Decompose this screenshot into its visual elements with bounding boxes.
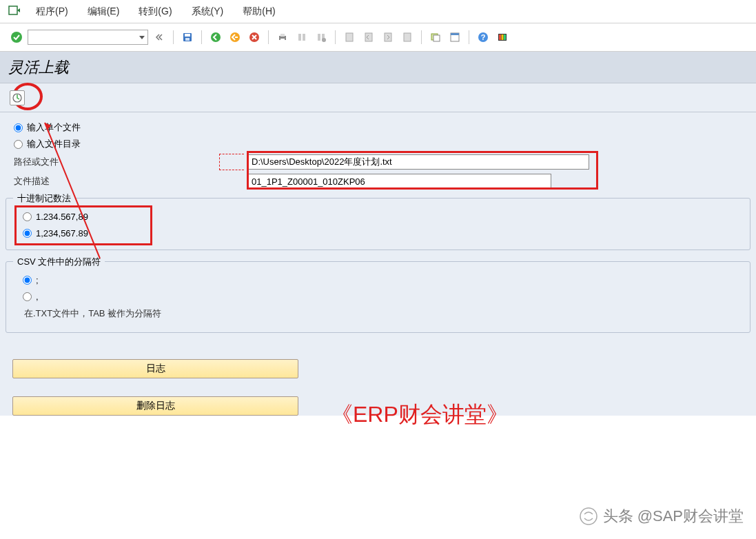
decimal-opt2-label: 1,234,567.89 xyxy=(36,228,88,238)
csv-opt-semicolon-input[interactable] xyxy=(23,276,32,285)
radio-single-file[interactable]: 输入单个文件 xyxy=(0,119,756,136)
radio-single-file-input[interactable] xyxy=(14,123,23,132)
svg-rect-29 xyxy=(504,34,506,40)
svg-rect-21 xyxy=(433,35,440,41)
svg-rect-18 xyxy=(385,33,391,41)
decimal-opt1-label: 1.234.567,89 xyxy=(36,212,88,222)
menu-edit[interactable]: 编辑(E) xyxy=(78,3,130,21)
svg-rect-3 xyxy=(185,34,190,37)
log-button[interactable]: 日志 xyxy=(12,359,298,378)
brand-watermark: 《ERP财会讲堂》 xyxy=(331,400,509,430)
cancel-icon[interactable] xyxy=(246,29,263,45)
source-watermark: 头条 @SAP财会讲堂 xyxy=(580,506,744,527)
find-icon[interactable] xyxy=(294,29,310,45)
new-session-icon[interactable] xyxy=(427,29,444,45)
radio-single-file-label: 输入单个文件 xyxy=(27,121,81,134)
svg-rect-28 xyxy=(502,34,504,40)
prev-page-icon[interactable] xyxy=(360,29,377,45)
svg-rect-9 xyxy=(280,34,285,37)
delete-log-button[interactable]: 删除日志 xyxy=(12,396,298,416)
csv-opt-comma-input[interactable] xyxy=(23,292,32,301)
settings-icon[interactable] xyxy=(494,29,511,45)
menu-goto[interactable]: 转到(G) xyxy=(129,3,181,21)
svg-rect-19 xyxy=(404,33,411,41)
decimal-opt2[interactable]: 1,234,567.89 xyxy=(16,225,740,241)
svg-rect-4 xyxy=(185,38,190,41)
desc-input[interactable] xyxy=(248,174,551,189)
svg-point-5 xyxy=(211,32,221,42)
app-toolbar xyxy=(0,83,756,112)
svg-rect-27 xyxy=(499,34,501,40)
enter-icon[interactable] xyxy=(8,29,25,45)
svg-rect-12 xyxy=(303,34,305,41)
menu-help[interactable]: 帮助(H) xyxy=(233,3,285,21)
path-input[interactable] xyxy=(248,154,589,170)
radio-directory-input[interactable] xyxy=(14,140,23,149)
radio-directory[interactable]: 输入文件目录 xyxy=(0,136,756,152)
menu-system[interactable]: 系统(Y) xyxy=(182,3,234,21)
first-page-icon[interactable] xyxy=(341,29,358,45)
menu-program[interactable]: 程序(P) xyxy=(26,3,78,21)
decimal-opt1-input[interactable] xyxy=(23,212,32,221)
menu-bar: 程序(P) 编辑(E) 转到(G) 系统(Y) 帮助(H) xyxy=(0,0,756,23)
find-next-icon[interactable] xyxy=(313,29,329,45)
decimal-opt1[interactable]: 1.234.567,89 xyxy=(16,208,740,225)
chevron-left-icon[interactable] xyxy=(151,29,167,45)
svg-text:?: ? xyxy=(481,33,486,41)
layout-icon[interactable] xyxy=(447,29,463,45)
svg-rect-23 xyxy=(451,33,459,35)
desc-label: 文件描述 xyxy=(14,175,248,187)
svg-rect-16 xyxy=(346,33,353,41)
print-icon[interactable] xyxy=(274,29,291,45)
svg-rect-13 xyxy=(318,34,320,41)
system-toolbar: ? xyxy=(0,23,756,52)
csv-group: CSV 文件中的分隔符 ; , 在.TXT文件中，TAB 被作为分隔符 xyxy=(6,261,750,333)
decimal-opt2-input[interactable] xyxy=(23,229,32,238)
watermark-icon xyxy=(580,507,597,525)
svg-rect-11 xyxy=(298,34,301,41)
page-title: 灵活上载 xyxy=(0,52,756,83)
svg-rect-0 xyxy=(9,6,17,14)
annotation-bracket xyxy=(219,154,244,170)
csv-opt-comma[interactable]: , xyxy=(16,288,740,305)
decimal-group: 十进制记数法 1.234.567,89 1,234,567.89 xyxy=(6,198,750,250)
help-icon[interactable]: ? xyxy=(475,29,491,45)
csv-group-title: CSV 文件中的分隔符 xyxy=(13,256,105,268)
menu-logo-icon xyxy=(8,5,21,18)
csv-info-text: 在.TXT文件中，TAB 被作为分隔符 xyxy=(16,305,740,320)
next-page-icon[interactable] xyxy=(380,29,396,45)
svg-point-33 xyxy=(580,508,597,525)
svg-point-15 xyxy=(322,38,326,42)
radio-directory-label: 输入文件目录 xyxy=(27,138,81,150)
csv-opt-semicolon[interactable]: ; xyxy=(16,272,740,288)
content-area: 灵活上载 输入单个文件 输入文件目录 路径或文件 文件描述 十 xyxy=(0,52,756,416)
svg-point-1 xyxy=(11,32,22,43)
csv-opt-comma-label: , xyxy=(36,292,39,302)
csv-opt-semicolon-label: ; xyxy=(36,275,39,285)
command-field[interactable] xyxy=(28,30,148,45)
exit-icon[interactable] xyxy=(227,29,243,45)
execute-button[interactable] xyxy=(10,90,25,105)
back-icon[interactable] xyxy=(207,29,224,45)
svg-rect-10 xyxy=(280,39,285,41)
path-label: 路径或文件 xyxy=(14,156,248,168)
last-page-icon[interactable] xyxy=(399,29,416,45)
save-icon[interactable] xyxy=(179,29,196,45)
